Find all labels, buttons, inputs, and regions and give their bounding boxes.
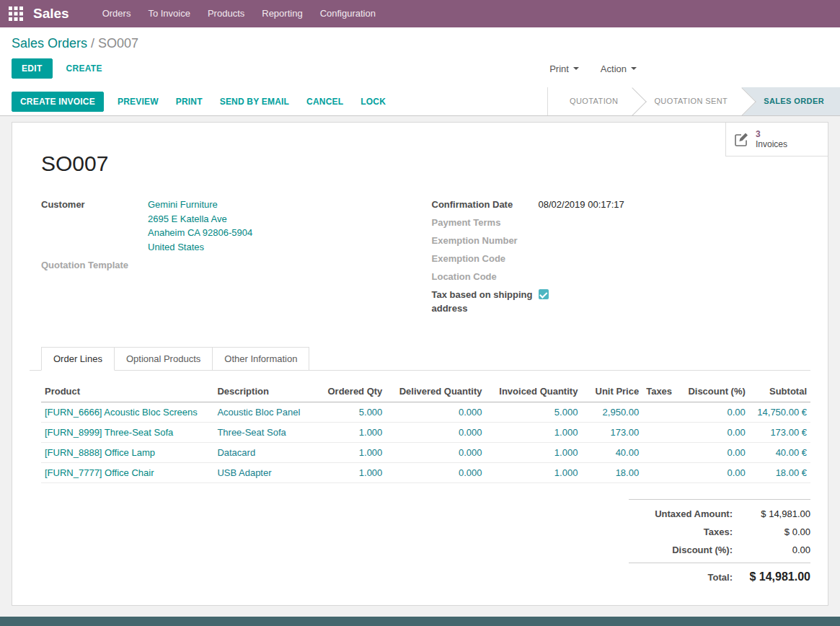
caret-down-icon bbox=[631, 67, 637, 70]
discount-value: 0.00 bbox=[744, 545, 810, 555]
state-quotation-sent[interactable]: QUOTATION SENT bbox=[632, 87, 742, 115]
state-quotation[interactable]: QUOTATION bbox=[547, 87, 632, 115]
col-delivered-quantity: Delivered Quantity bbox=[386, 381, 485, 402]
edit-button[interactable]: EDIT bbox=[12, 58, 53, 79]
description-cell: Acoustic Bloc Panel bbox=[213, 402, 320, 423]
sale-order-form-sheet: 3 Invoices SO007 Customer Gemini Furnitu… bbox=[12, 122, 828, 606]
product-link[interactable]: [FURN_8999] Three-Seat Sofa bbox=[45, 427, 173, 438]
invoiced-qty-cell: 1.000 bbox=[486, 463, 582, 483]
tax-shipping-checkbox[interactable] bbox=[539, 289, 549, 299]
taxes-row: Taxes: $ 0.00 bbox=[629, 526, 810, 537]
invoices-stat-button[interactable]: 3 Invoices bbox=[725, 123, 828, 156]
quotation-template-field: Quotation Template bbox=[41, 258, 420, 272]
order-lines-section: Product Description Ordered Qty Delivere… bbox=[30, 381, 810, 583]
discount-cell: 0.00 bbox=[684, 423, 748, 443]
ordered-qty-cell: 1.000 bbox=[321, 443, 386, 463]
statusbar: CREATE INVOICE PREVIEW PRINT SEND BY EMA… bbox=[0, 87, 840, 116]
exemption-number-field: Exemption Number bbox=[432, 234, 811, 247]
col-taxes: Taxes bbox=[642, 381, 684, 402]
product-link[interactable]: [FURN_6666] Acoustic Bloc Screens bbox=[45, 407, 198, 418]
table-header-row: Product Description Ordered Qty Delivere… bbox=[41, 381, 810, 402]
state-sales-order[interactable]: SALES ORDER bbox=[742, 87, 840, 115]
order-title: SO007 bbox=[30, 151, 810, 176]
customer-address-line[interactable]: 2695 E Katella Ave bbox=[148, 212, 252, 226]
payment-terms-field: Payment Terms bbox=[432, 216, 811, 229]
tab-order-lines[interactable]: Order Lines bbox=[41, 347, 115, 371]
product-link[interactable]: [FURN_8888] Office Lamp bbox=[45, 447, 155, 458]
customer-name-link[interactable]: Gemini Furniture bbox=[148, 198, 252, 212]
description-cell: USB Adapter bbox=[213, 463, 320, 483]
location-code-label: Location Code bbox=[432, 270, 539, 283]
control-panel: Sales Orders / SO007 EDIT CREATE Print A… bbox=[0, 27, 840, 87]
customer-address-line[interactable]: United States bbox=[148, 240, 252, 255]
invoiced-qty-cell: 1.000 bbox=[486, 443, 582, 463]
total-row: Total: $ 14,981.00 bbox=[629, 570, 810, 583]
untaxed-amount-row: Untaxed Amount: $ 14,981.00 bbox=[629, 508, 810, 519]
print-dropdown[interactable]: Print bbox=[548, 61, 580, 77]
col-unit-price: Unit Price bbox=[581, 381, 642, 402]
order-line-row[interactable]: [FURN_8999] Three-Seat Sofa Three-Seat S… bbox=[41, 423, 810, 443]
caret-down-icon bbox=[573, 67, 579, 70]
location-code-field: Location Code bbox=[432, 270, 811, 283]
preview-button[interactable]: PREVIEW bbox=[110, 92, 167, 111]
create-invoice-button[interactable]: CREATE INVOICE bbox=[12, 92, 104, 112]
confirmation-date-label: Confirmation Date bbox=[432, 198, 539, 211]
field-groups: Customer Gemini Furniture 2695 E Katella… bbox=[30, 198, 810, 319]
customer-field: Customer Gemini Furniture 2695 E Katella… bbox=[41, 198, 420, 254]
discount-cell: 0.00 bbox=[684, 463, 748, 483]
menu-to-invoice[interactable]: To Invoice bbox=[139, 0, 199, 27]
record-actions: Print Action bbox=[548, 61, 638, 77]
menu-orders[interactable]: Orders bbox=[94, 0, 140, 27]
cancel-button[interactable]: CANCEL bbox=[299, 92, 351, 111]
col-product: Product bbox=[41, 381, 213, 402]
order-line-row[interactable]: [FURN_6666] Acoustic Bloc Screens Acoust… bbox=[41, 402, 810, 423]
confirmation-date-field: Confirmation Date 08/02/2019 00:17:17 bbox=[432, 198, 811, 211]
invoices-label: Invoices bbox=[756, 139, 787, 149]
delivered-qty-cell: 0.000 bbox=[386, 463, 485, 483]
order-lines-table: Product Description Ordered Qty Delivere… bbox=[41, 381, 810, 483]
order-totals: Untaxed Amount: $ 14,981.00 Taxes: $ 0.0… bbox=[629, 499, 810, 583]
menu-products[interactable]: Products bbox=[199, 0, 253, 27]
order-line-row[interactable]: [FURN_8888] Office Lamp Datacard 1.000 0… bbox=[41, 443, 810, 463]
customer-address-line[interactable]: Anaheim CA 92806-5904 bbox=[148, 226, 252, 240]
taxes-cell bbox=[642, 402, 684, 423]
total-label: Total: bbox=[708, 572, 733, 583]
ordered-qty-cell: 1.000 bbox=[321, 463, 386, 483]
total-value: $ 14,981.00 bbox=[744, 570, 810, 583]
print-button[interactable]: PRINT bbox=[168, 92, 211, 111]
action-dropdown[interactable]: Action bbox=[599, 61, 638, 77]
tax-shipping-label: Tax based on shipping address bbox=[432, 288, 539, 315]
app-name[interactable]: Sales bbox=[33, 6, 69, 22]
lock-button[interactable]: LOCK bbox=[353, 92, 394, 111]
breadcrumb: Sales Orders / SO007 bbox=[12, 36, 828, 51]
right-field-group: Confirmation Date 08/02/2019 00:17:17 Pa… bbox=[432, 198, 811, 319]
customer-label: Customer bbox=[41, 198, 148, 254]
print-dropdown-label: Print bbox=[549, 63, 569, 74]
breadcrumb-sales-orders[interactable]: Sales Orders bbox=[12, 36, 87, 50]
action-dropdown-label: Action bbox=[601, 63, 627, 74]
tab-other-information[interactable]: Other Information bbox=[213, 347, 309, 371]
subtotal-cell: 173.00 € bbox=[749, 423, 810, 443]
status-pipeline: QUOTATION QUOTATION SENT SALES ORDER bbox=[547, 87, 840, 115]
unit-price-cell: 2,950.00 bbox=[581, 402, 642, 423]
send-by-email-button[interactable]: SEND BY EMAIL bbox=[212, 92, 297, 111]
discount-label: Discount (%): bbox=[672, 545, 733, 555]
create-button[interactable]: CREATE bbox=[57, 58, 112, 79]
order-line-row[interactable]: [FURN_7777] Office Chair USB Adapter 1.0… bbox=[41, 463, 810, 483]
taxes-value: $ 0.00 bbox=[744, 526, 810, 537]
control-panel-buttons: EDIT CREATE Print Action bbox=[12, 58, 828, 87]
exemption-code-field: Exemption Code bbox=[432, 252, 811, 265]
product-link[interactable]: [FURN_7777] Office Chair bbox=[45, 467, 154, 478]
description-cell: Datacard bbox=[213, 443, 320, 463]
menu-configuration[interactable]: Configuration bbox=[311, 0, 384, 27]
taxes-cell bbox=[642, 443, 684, 463]
taxes-cell bbox=[642, 463, 684, 483]
subtotal-cell: 40.00 € bbox=[749, 443, 810, 463]
menu-reporting[interactable]: Reporting bbox=[253, 0, 311, 27]
col-description: Description bbox=[213, 381, 320, 402]
col-invoiced-quantity: Invoiced Quantity bbox=[486, 381, 582, 402]
pencil-square-icon bbox=[733, 131, 749, 147]
apps-grid-icon[interactable] bbox=[9, 6, 23, 21]
tab-optional-products[interactable]: Optional Products bbox=[115, 347, 213, 371]
invoiced-qty-cell: 5.000 bbox=[486, 402, 582, 423]
